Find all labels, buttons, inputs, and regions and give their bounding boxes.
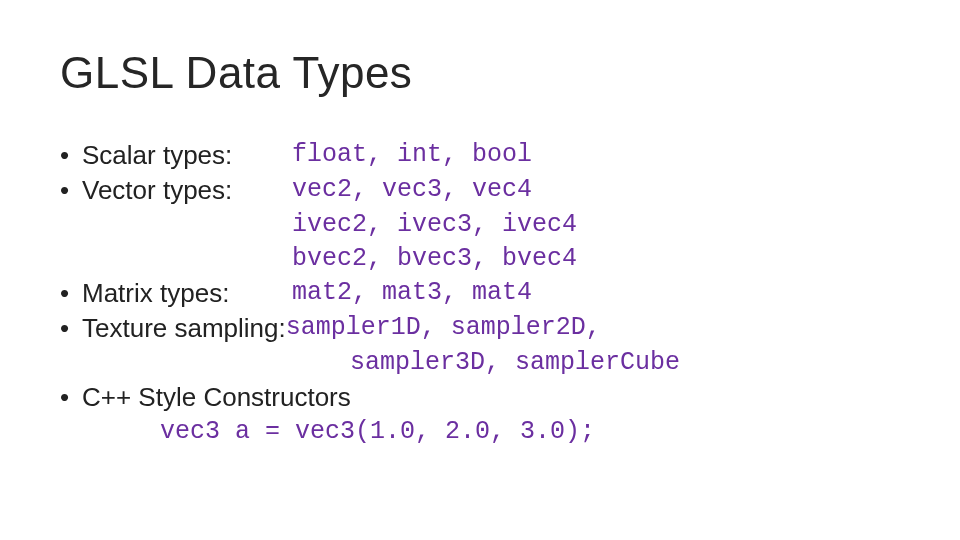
code-text: float, int, bool: [292, 138, 532, 172]
code-text: sampler3D, samplerCube: [350, 346, 900, 380]
bullet-icon: [60, 380, 82, 415]
bullet-vector: Vector types: vec2, vec3, vec4: [60, 173, 900, 208]
bullet-icon: [60, 138, 82, 173]
slide: GLSL Data Types Scalar types: float, int…: [0, 0, 960, 540]
bullet-ctor: C++ Style Constructors: [60, 380, 900, 415]
bullet-label: Scalar types:: [82, 138, 292, 173]
code-text: vec2, vec3, vec4: [292, 173, 532, 207]
bullet-texture: Texture sampling: sampler1D, sampler2D,: [60, 311, 900, 346]
slide-body: Scalar types: float, int, bool Vector ty…: [60, 138, 900, 448]
code-text: vec3 a = vec3(1.0, 2.0, 3.0);: [160, 415, 900, 449]
code-text: ivec2, ivec3, ivec4: [292, 208, 900, 242]
bullet-label: Vector types:: [82, 173, 292, 208]
bullet-icon: [60, 311, 82, 346]
bullet-icon: [60, 173, 82, 208]
bullet-matrix: Matrix types: mat2, mat3, mat4: [60, 276, 900, 311]
code-text: bvec2, bvec3, bvec4: [292, 242, 900, 276]
bullet-scalar: Scalar types: float, int, bool: [60, 138, 900, 173]
bullet-icon: [60, 276, 82, 311]
code-text: sampler1D, sampler2D,: [286, 311, 601, 345]
bullet-label: C++ Style Constructors: [82, 380, 351, 415]
code-text: mat2, mat3, mat4: [292, 276, 532, 310]
slide-title: GLSL Data Types: [60, 48, 900, 98]
bullet-label: Matrix types:: [82, 276, 292, 311]
bullet-label: Texture sampling:: [82, 311, 286, 346]
